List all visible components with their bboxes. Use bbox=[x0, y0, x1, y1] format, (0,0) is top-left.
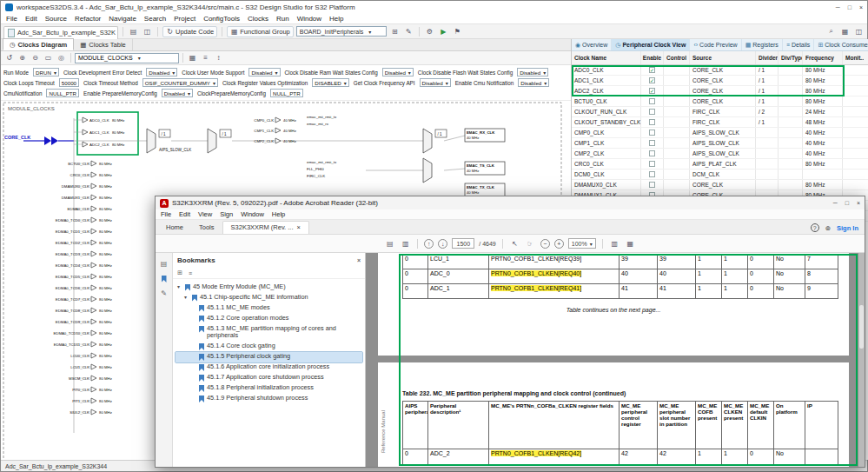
table-row[interactable]: CRC0_CLKAIPS_PLAT_CLK80 MHz bbox=[572, 159, 868, 170]
module-select[interactable]: MODULE_CLOCKS ▾ bbox=[75, 53, 179, 63]
setting-clock-register-values-optimization[interactable]: DISABLED▾ bbox=[312, 78, 349, 87]
table-row[interactable]: CMP2_CLKAIPS_SLOW_CLK40 MHz bbox=[572, 149, 868, 159]
options-icon[interactable]: ≡ bbox=[189, 270, 192, 276]
menu-window[interactable]: Window bbox=[297, 15, 321, 23]
view-tab-details[interactable]: ≡Details bbox=[783, 39, 815, 50]
tab-document[interactable]: S32K3XXRM (Rev. ... × bbox=[222, 221, 309, 234]
view-tab-overview[interactable]: ◉Overview bbox=[572, 39, 612, 50]
menu-project[interactable]: Project bbox=[174, 15, 195, 23]
thumbnails-icon[interactable]: ▤ bbox=[161, 260, 168, 268]
perspective-grid-icon[interactable]: ▦ bbox=[839, 26, 851, 37]
functional-group-select[interactable]: BOARD_InitPeripherals ▾ bbox=[296, 26, 387, 37]
chevron-icon[interactable]: ▾ bbox=[177, 284, 182, 290]
gear-icon[interactable]: ⚙ bbox=[424, 26, 435, 37]
zoom-in-icon[interactable]: ⊕ bbox=[17, 52, 28, 63]
attachments-icon[interactable]: ✎ bbox=[161, 289, 167, 297]
setting-cmunotification[interactable]: NULL_PTR bbox=[46, 89, 79, 97]
setting-enable-cmu-notification[interactable]: Disabled▾ bbox=[518, 78, 549, 87]
checkbox-unchecked[interactable] bbox=[649, 140, 655, 146]
table-row[interactable]: CMP1_CLKAIPS_SLOW_CLK40 MHz bbox=[572, 138, 868, 149]
bookmark-item[interactable]: 45.1.5 Peripheral clock gating bbox=[176, 352, 362, 362]
tab-home[interactable]: Home bbox=[158, 222, 191, 234]
bookmark-item[interactable]: 45.1.1 MC_ME modes bbox=[176, 302, 362, 313]
add-bookmark-icon[interactable]: ⊞ bbox=[177, 269, 182, 276]
minimize-icon[interactable]: ─ bbox=[836, 4, 840, 10]
zoom-out-icon[interactable]: ⊖ bbox=[30, 52, 41, 63]
save-icon[interactable]: ◫ bbox=[142, 26, 153, 37]
table-row[interactable]: DCM0_CLKDCM_CLK bbox=[572, 170, 868, 180]
setting-clock-user-mode-support[interactable]: Disabled▾ bbox=[248, 68, 280, 76]
fit-icon[interactable]: ▭ bbox=[43, 52, 54, 63]
run-icon[interactable]: ▶ bbox=[438, 26, 449, 37]
bookmark-item[interactable]: ▾45.1 Chip-specific MC_ME information bbox=[176, 292, 362, 302]
menu-edit[interactable]: Edit bbox=[179, 210, 190, 218]
setting-clock-disable-ram-wait-states-config[interactable]: Disabled▾ bbox=[382, 68, 414, 76]
search-icon[interactable]: ⌕ bbox=[825, 26, 837, 37]
checkbox-unchecked[interactable] bbox=[649, 171, 655, 177]
undo-icon[interactable]: ↺ bbox=[3, 52, 15, 63]
hand-tool-icon[interactable]: ☞ bbox=[525, 238, 536, 249]
previous-page-icon[interactable]: ↑ bbox=[424, 239, 434, 249]
setting-clock-disable-flash-wait-states-config[interactable]: Disabled▾ bbox=[517, 68, 548, 76]
bookmark-item[interactable]: 45.1.3 MC_ME partition mapping of cores … bbox=[176, 323, 362, 342]
two-page-view-icon[interactable]: ▦ bbox=[625, 238, 636, 249]
checkbox-unchecked[interactable] bbox=[649, 109, 655, 115]
flag-icon[interactable]: ⚑ bbox=[452, 26, 463, 37]
checkbox-unchecked[interactable] bbox=[649, 150, 655, 156]
print-icon[interactable]: ▥ bbox=[400, 238, 411, 249]
menu-file[interactable]: File bbox=[161, 210, 171, 218]
setting-get-clock-frequency-api[interactable]: Disabled▾ bbox=[420, 78, 451, 87]
help-icon[interactable]: ? bbox=[811, 223, 819, 232]
table-row[interactable]: ADC2_CLK✓CORE_CLK/ 180 MHz bbox=[572, 86, 868, 96]
new-file-icon[interactable]: ▤ bbox=[128, 26, 139, 37]
menu-configtools[interactable]: ConfigTools bbox=[203, 15, 240, 23]
bell-icon[interactable]: ⊚ bbox=[825, 224, 831, 232]
menu-file[interactable]: File bbox=[6, 15, 17, 23]
table-row[interactable]: ADC0_CLK✓CORE_CLK/ 180 MHz bbox=[572, 65, 868, 76]
setting-clock-loops-timeout[interactable]: 50000 bbox=[59, 78, 79, 87]
setting-clockpreparememoryconfig[interactable]: NULL_PTR bbox=[270, 89, 303, 97]
s32ds-titlebar[interactable]: workspaceS32DS.3.4 - Adc_Sar_Bctu_lp_exa… bbox=[1, 1, 867, 13]
pdf-scrollbar[interactable] bbox=[858, 253, 865, 467]
zoom-level-select[interactable]: 100% ▾ bbox=[568, 238, 596, 249]
view-tab-peripheral-clock-view[interactable]: ◷Peripheral Clock View bbox=[612, 39, 690, 50]
setting-clock-timeout-method[interactable]: OSIF_COUNTER_DUMMY▾ bbox=[142, 78, 218, 87]
close-icon[interactable]: × bbox=[357, 257, 361, 263]
table-row[interactable]: DMAMUX0_CLKCORE_CLK80 MHz bbox=[572, 180, 868, 190]
bookmark-item[interactable]: 45.1.6 Application core initialization p… bbox=[176, 362, 362, 373]
close-icon[interactable]: × bbox=[297, 223, 301, 231]
table-row[interactable]: CLKOUT_STANDBY_CLKFIRC_CLK/ 148 MHz bbox=[572, 117, 868, 128]
checkbox-unchecked[interactable] bbox=[649, 182, 655, 188]
setting-enable-preparememoryconfig[interactable]: Disabled▾ bbox=[162, 89, 193, 97]
menu-sign[interactable]: Sign bbox=[220, 210, 233, 218]
menu-view[interactable]: View bbox=[198, 210, 212, 218]
page-number-input[interactable]: 1500 bbox=[452, 238, 474, 249]
add-icon[interactable]: ⊞ bbox=[389, 26, 401, 37]
setting-run-mode[interactable]: DRUN▾ bbox=[33, 68, 59, 76]
menu-help[interactable]: Help bbox=[329, 15, 343, 23]
maximize-icon[interactable]: □ bbox=[848, 4, 851, 10]
checkbox-unchecked[interactable] bbox=[649, 161, 655, 167]
maximize-icon[interactable]: □ bbox=[845, 200, 849, 206]
menu-search[interactable]: Search bbox=[144, 15, 166, 23]
perspective-icon[interactable]: ◫ bbox=[853, 26, 865, 37]
view-tab-registers[interactable]: ▦Registers bbox=[742, 39, 783, 50]
menu-run[interactable]: Run bbox=[276, 15, 289, 23]
bookmark-item[interactable]: 45.1.2 Core operation modes bbox=[176, 313, 362, 323]
bookmark-item[interactable]: ▾45 Mode Entry Module (MC_ME) bbox=[176, 282, 362, 292]
table-row[interactable]: CMP0_CLKAIPS_SLOW_CLK40 MHz bbox=[572, 128, 868, 138]
edit-icon[interactable]: ✎ bbox=[403, 26, 414, 37]
tab-clocks-diagram[interactable]: ◷Clocks Diagram bbox=[3, 38, 74, 50]
next-page-icon[interactable]: ↓ bbox=[438, 239, 447, 249]
select-tool-icon[interactable]: ↖ bbox=[509, 238, 520, 249]
checkbox-unchecked[interactable] bbox=[649, 98, 655, 104]
list-icon[interactable]: ≡ bbox=[200, 52, 211, 63]
page-view-icon[interactable]: ▥ bbox=[609, 238, 620, 249]
target-icon[interactable]: ◎ bbox=[56, 52, 67, 63]
menu-edit[interactable]: Edit bbox=[25, 15, 37, 23]
setting-clock-development-error-detect[interactable]: Disabled▾ bbox=[146, 68, 177, 76]
update-code-button[interactable]: ↻ Update Code bbox=[162, 26, 217, 37]
bookmark-item[interactable]: 45.1.8 Peripheral initialization process bbox=[176, 383, 362, 394]
table-row[interactable]: CLKOUT_RUN_CLKFIRC_CLK/ 224 MHz bbox=[572, 107, 868, 117]
save-icon[interactable]: ▤ bbox=[384, 238, 395, 249]
